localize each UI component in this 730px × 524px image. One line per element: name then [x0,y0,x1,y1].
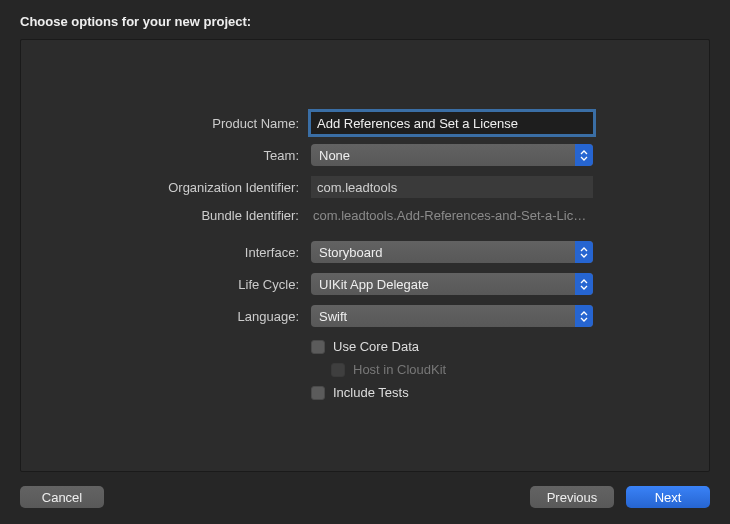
updown-icon [575,144,593,166]
interface-popup[interactable]: Storyboard [311,241,593,263]
row-checkboxes: Use Core Data Host in CloudKit Include T… [21,337,709,400]
use-core-data-checkbox[interactable] [311,340,325,354]
host-in-cloudkit-checkbox [331,363,345,377]
next-button[interactable]: Next [626,486,710,508]
label-bundle-identifier: Bundle Identifier: [21,208,299,223]
label-org-identifier: Organization Identifier: [21,180,299,195]
updown-icon [575,305,593,327]
product-name-input[interactable] [311,112,593,134]
host-in-cloudkit-label: Host in CloudKit [353,362,446,377]
team-popup-value: None [319,148,350,163]
cancel-button[interactable]: Cancel [20,486,104,508]
host-in-cloudkit-row: Host in CloudKit [311,362,446,377]
organization-identifier-input[interactable] [311,176,593,198]
dialog-title: Choose options for your new project: [20,14,710,29]
label-language: Language: [21,309,299,324]
language-popup-value: Swift [319,309,347,324]
use-core-data-label: Use Core Data [333,339,419,354]
updown-icon [575,241,593,263]
form: Product Name: Team: None [21,112,709,400]
row-product-name: Product Name: [21,112,709,134]
label-interface: Interface: [21,245,299,260]
row-org-identifier: Organization Identifier: [21,176,709,198]
include-tests-label: Include Tests [333,385,409,400]
form-panel: Product Name: Team: None [20,39,710,472]
previous-button[interactable]: Previous [530,486,614,508]
row-interface: Interface: Storyboard [21,241,709,263]
label-team: Team: [21,148,299,163]
footer-right: Previous Next [530,486,710,508]
label-life-cycle: Life Cycle: [21,277,299,292]
dialog-footer: Cancel Previous Next [20,486,710,508]
row-bundle-identifier: Bundle Identifier: com.leadtools.Add-Ref… [21,208,709,223]
label-product-name: Product Name: [21,116,299,131]
bundle-identifier-value: com.leadtools.Add-References-and-Set-a-L… [311,208,593,223]
row-team: Team: None [21,144,709,166]
include-tests-checkbox[interactable] [311,386,325,400]
life-cycle-popup[interactable]: UIKit App Delegate [311,273,593,295]
checkbox-group: Use Core Data Host in CloudKit Include T… [311,337,446,400]
life-cycle-popup-value: UIKit App Delegate [319,277,429,292]
include-tests-row: Include Tests [311,385,446,400]
use-core-data-row: Use Core Data [311,339,446,354]
row-language: Language: Swift [21,305,709,327]
team-popup[interactable]: None [311,144,593,166]
language-popup[interactable]: Swift [311,305,593,327]
new-project-options-dialog: Choose options for your new project: Pro… [0,0,730,524]
interface-popup-value: Storyboard [319,245,383,260]
row-life-cycle: Life Cycle: UIKit App Delegate [21,273,709,295]
updown-icon [575,273,593,295]
